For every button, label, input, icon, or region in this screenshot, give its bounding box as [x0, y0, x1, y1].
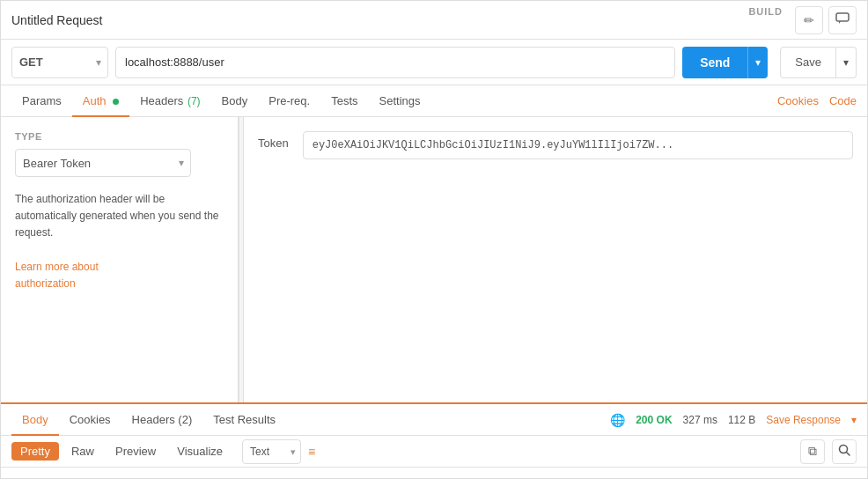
url-bar: GET POST PUT DELETE PATCH Send ▾ Save ▾	[1, 40, 867, 85]
format-select-wrapper: Text JSON HTML XML	[242, 439, 301, 464]
code-text: pass : 하재현, 20180000	[70, 475, 221, 479]
auth-panel: TYPE Bearer Token No Auth API Key Basic …	[1, 117, 239, 402]
send-btn-group: Send ▾	[682, 47, 768, 78]
resp-tab-visualize[interactable]: Visualize	[168, 442, 232, 461]
auth-description: The authorization header will be automat…	[15, 191, 224, 292]
comment-button[interactable]	[828, 6, 857, 34]
title-bar: Untitled Request BUILD ✏	[1, 1, 867, 40]
response-tab-cookies[interactable]: Cookies	[59, 404, 121, 436]
copy-icon: ⧉	[808, 444, 817, 459]
resp-tab-raw[interactable]: Raw	[63, 442, 103, 461]
token-panel: Token	[244, 117, 867, 402]
response-tab-body[interactable]: Body	[11, 404, 59, 436]
learn-more-link[interactable]: Learn more about authorization	[15, 261, 99, 290]
search-button[interactable]	[832, 439, 857, 464]
auth-type-select[interactable]: Bearer Token No Auth API Key Basic Auth …	[15, 149, 191, 177]
auth-dot	[113, 99, 119, 105]
send-dropdown[interactable]: ▾	[747, 47, 768, 78]
format-select[interactable]: Text JSON HTML XML	[242, 439, 301, 464]
code-keyword: AuthN	[35, 475, 70, 479]
save-response-dropdown[interactable]: ▾	[851, 414, 857, 426]
response-line-1: 1 AuthN pass : 하재현, 20180000	[15, 475, 853, 479]
tab-settings[interactable]: Settings	[369, 85, 431, 117]
response-body: 1 AuthN pass : 하재현, 20180000	[1, 468, 867, 479]
globe-icon: 🌐	[610, 413, 625, 427]
type-label: TYPE	[15, 131, 224, 142]
tab-body[interactable]: Body	[211, 85, 259, 117]
token-input[interactable]	[303, 131, 853, 159]
copy-button[interactable]: ⧉	[800, 439, 825, 464]
bottom-section: Body Cookies Headers (2) Test Results 🌐 …	[1, 402, 867, 479]
page-title: Untitled Request	[11, 13, 103, 27]
edit-button[interactable]: ✏	[795, 6, 823, 34]
status-ok: 200 OK	[636, 414, 672, 426]
svg-line-2	[847, 453, 850, 456]
tab-prereq[interactable]: Pre-req.	[258, 85, 320, 117]
resp-tab-pretty[interactable]: Pretty	[11, 442, 59, 461]
cookies-link[interactable]: Cookies	[777, 94, 819, 107]
request-tabs-right: Cookies Code	[777, 94, 857, 107]
save-btn-group: Save ▾	[780, 47, 857, 78]
tab-tests[interactable]: Tests	[320, 85, 368, 117]
edit-icon: ✏	[804, 13, 814, 27]
method-select[interactable]: GET POST PUT DELETE PATCH	[11, 47, 108, 78]
response-tabs-row: Body Cookies Headers (2) Test Results 🌐 …	[1, 404, 867, 436]
save-response-button[interactable]: Save Response	[766, 414, 841, 426]
response-toolbar: Pretty Raw Preview Visualize Text JSON H…	[1, 436, 867, 468]
response-tab-headers[interactable]: Headers (2)	[121, 404, 203, 436]
token-label: Token	[258, 131, 289, 150]
tab-headers[interactable]: Headers (7)	[129, 85, 210, 117]
tab-auth[interactable]: Auth	[72, 85, 129, 117]
save-dropdown[interactable]: ▾	[836, 47, 857, 78]
build-label: BUILD	[748, 6, 783, 34]
status-info: 🌐 200 OK 327 ms 112 B Save Response ▾	[610, 413, 857, 427]
method-select-wrapper: GET POST PUT DELETE PATCH	[11, 47, 108, 78]
url-input[interactable]	[115, 47, 675, 78]
status-time: 327 ms	[683, 414, 717, 426]
main-content: TYPE Bearer Token No Auth API Key Basic …	[1, 117, 867, 402]
title-actions: BUILD ✏	[748, 6, 857, 34]
type-select-wrapper: Bearer Token No Auth API Key Basic Auth …	[15, 149, 191, 177]
sort-icon[interactable]: ≡	[305, 441, 319, 462]
status-size: 112 B	[728, 414, 755, 426]
svg-rect-0	[836, 13, 849, 21]
resp-tab-preview[interactable]: Preview	[107, 442, 165, 461]
response-tab-testresults[interactable]: Test Results	[202, 404, 286, 436]
tab-params[interactable]: Params	[11, 85, 72, 117]
comment-icon	[835, 12, 850, 27]
save-button[interactable]: Save	[780, 47, 836, 78]
request-tabs-row: Params Auth Headers (7) Body Pre-req. Te…	[1, 85, 867, 117]
response-toolbar-right: ⧉	[800, 439, 857, 464]
line-number: 1	[15, 475, 21, 479]
code-link[interactable]: Code	[829, 94, 857, 107]
send-button[interactable]: Send	[682, 47, 747, 78]
search-icon	[838, 444, 850, 459]
